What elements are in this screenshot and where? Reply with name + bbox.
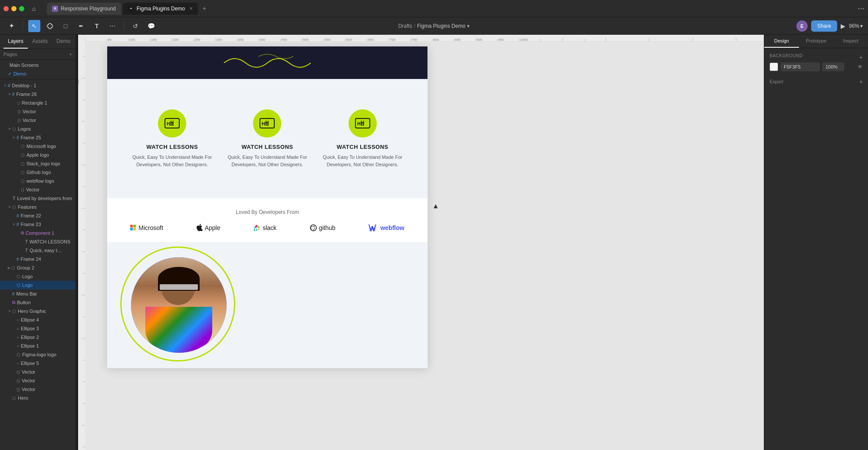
layer-vector-hero3[interactable]: ⟨⟩ Vector [0,385,76,394]
layer-label: Vector [22,378,35,383]
layer-vector1[interactable]: ⟨⟩ Vector [0,107,76,116]
layer-component1[interactable]: ⧉ Component 1 [0,229,76,237]
svg-point-102 [310,225,316,231]
background-visibility-icon[interactable]: 👁 [858,64,863,70]
layer-features[interactable]: ▼ ⬡ Features [0,203,76,211]
canvas-content: HD WATCH LESSONS Quick, Easy To Understa… [85,42,764,450]
layer-hero-graphic[interactable]: ▼ ⬡ Hero Graphic [0,307,76,315]
more-tools-button[interactable]: ⋯ [106,20,118,32]
layer-ellipse2[interactable]: ○ Ellipse 2 [0,333,76,342]
breadcrumb-dropdown-icon[interactable]: ▾ [467,23,470,29]
layer-vector2[interactable]: ⟨⟩ Vector [0,116,76,125]
move-tool-button[interactable]: ↖ [28,20,40,32]
layer-ellipse5[interactable]: ○ Ellipse 5 [0,359,76,368]
layer-vector-hero2[interactable]: ⟨⟩ Vector [0,376,76,385]
layer-desktop-1[interactable]: ▼ # Desktop - 1 [0,81,76,90]
layer-ellipse4[interactable]: ○ Ellipse 4 [0,315,76,324]
layer-logos[interactable]: ▼ ⬡ Logos [0,125,76,133]
layer-loved-text[interactable]: T Loved by developers from [0,194,76,203]
play-button[interactable]: ▶ [841,23,845,30]
layer-frame23[interactable]: ▼ # Frame 23 [0,220,76,229]
toolbar-separator-1 [23,22,23,30]
layer-frame26[interactable]: ▼ # Frame 26 [0,90,76,99]
github-label: github [319,224,335,231]
tab-figma-demo[interactable]: ✦ Figma Plugins Demo ✕ [123,3,198,15]
layer-hero[interactable]: ⬡ Hero [0,394,76,402]
background-color-input[interactable] [781,62,820,71]
ellipse-icon: ○ [16,318,19,322]
svg-text:100: 100 [78,79,79,85]
zoom-control[interactable]: 96% ▾ [849,23,863,29]
figma-menu-button[interactable]: ✦ [5,20,17,32]
layer-frame24[interactable]: # Frame 24 [0,255,76,263]
export-section: Export + [769,78,863,85]
share-button[interactable]: Share [811,20,837,32]
window-close[interactable] [3,6,9,11]
layer-vector-logos[interactable]: ⟨⟩ Vector [0,185,76,194]
layer-logo1[interactable]: ⬡ Logo [0,272,76,281]
toolbar-separator-2 [124,22,124,30]
layer-button[interactable]: ⧉ Button [0,298,76,307]
page-main-screens[interactable]: Main Screens [0,61,76,69]
comment-button[interactable]: 💬 [145,20,157,32]
layer-label: Frame 23 [20,222,41,227]
more-options-button[interactable]: ⋯ [858,4,865,13]
layer-github-logo[interactable]: ⬡ Github logo [0,168,76,177]
svg-rect-8 [85,35,764,42]
layers-list[interactable]: ▼ # Desktop - 1 ▼ # Frame 26 □ Rectangle… [0,79,76,450]
new-tab-button[interactable]: + [200,5,209,13]
layer-logo2[interactable]: ⬡ Logo [0,281,76,289]
layer-menu-bar[interactable]: # Menu Bar [0,289,76,298]
feature-title-3: WATCH LESSONS [337,144,388,150]
undo-button[interactable]: ↺ [129,20,141,32]
svg-rect-83 [173,121,174,126]
layer-label: Frame 25 [20,135,41,140]
left-sidebar: Layers Assets Demo Pages + Main Screens … [0,35,76,450]
layer-group2[interactable]: ▶ ⬡ Group 2 [0,263,76,272]
page-demo[interactable]: ✓ Demo [0,69,76,78]
demo-tab[interactable]: Demo [52,35,75,49]
add-export-button[interactable]: + [859,78,863,85]
tab-responsive-playground[interactable]: R Responsive Playground [47,3,121,15]
add-background-button[interactable]: + [859,54,863,61]
add-page-button[interactable]: + [69,52,72,57]
shape-tool-button[interactable]: □ [59,20,72,32]
layer-slack-logo[interactable]: ⬡ Slack_logo logo [0,159,76,168]
layer-ellipse3[interactable]: ○ Ellipse 3 [0,324,76,333]
feature-card-2: HD WATCH LESSONS Quick, Easy To Understa… [224,109,310,168]
layer-ellipse1[interactable]: ○ Ellipse 1 [0,342,76,350]
layer-apple-logo[interactable]: ⬡ Apple logo [0,151,76,159]
text-tool-button[interactable]: T [91,20,103,32]
breadcrumb-current-file[interactable]: Figma Plugins Demo [417,23,465,29]
pen-tool-button[interactable]: ✒ [75,20,87,32]
background-color-swatch[interactable] [769,62,778,71]
design-tab[interactable]: Design [764,35,799,48]
layers-tab[interactable]: Layers [3,35,28,49]
layer-frame22[interactable]: # Frame 22 [0,211,76,220]
svg-text:850: 850 [455,38,461,42]
layer-quick-text[interactable]: T Quick, easy to understand made f... [0,246,76,255]
layer-frame25[interactable]: ▼ # Frame 25 [0,133,76,142]
layer-label: Vector [26,187,39,192]
inspect-tab[interactable]: Inspect [833,35,868,48]
expand-icon: ▼ [8,309,11,313]
window-maximize[interactable] [19,6,24,11]
canvas-area[interactable]: 50 100 150 200 250 300 350 400 450 500 5… [78,35,764,450]
layer-vector-hero1[interactable]: ⟨⟩ Vector [0,368,76,376]
frame-tool-button[interactable] [44,20,56,32]
layer-microsoft-logo[interactable]: ⬡ Microsoft logo [0,142,76,151]
window-minimize[interactable] [11,6,16,11]
home-button[interactable]: ⌂ [28,3,40,15]
layer-label: webflow logo [26,178,54,184]
prototype-tab[interactable]: Prototype [799,35,834,48]
layer-webflow-logo[interactable]: ⬡ webflow logo [0,177,76,185]
background-opacity-input[interactable] [822,62,844,71]
layer-rectangle1[interactable]: □ Rectangle 1 [0,99,76,107]
layer-label: Frame 26 [16,92,36,97]
layer-label: Ellipse 4 [21,317,39,322]
assets-tab[interactable]: Assets [28,35,52,49]
breadcrumb-separator: / [414,23,415,29]
layer-watch-lessons-text[interactable]: T WATCH LESSONS [0,237,76,246]
tab-close-figma[interactable]: ✕ [189,6,193,11]
layer-figma-logo[interactable]: ⬡ Figma-logo logo [0,350,76,359]
